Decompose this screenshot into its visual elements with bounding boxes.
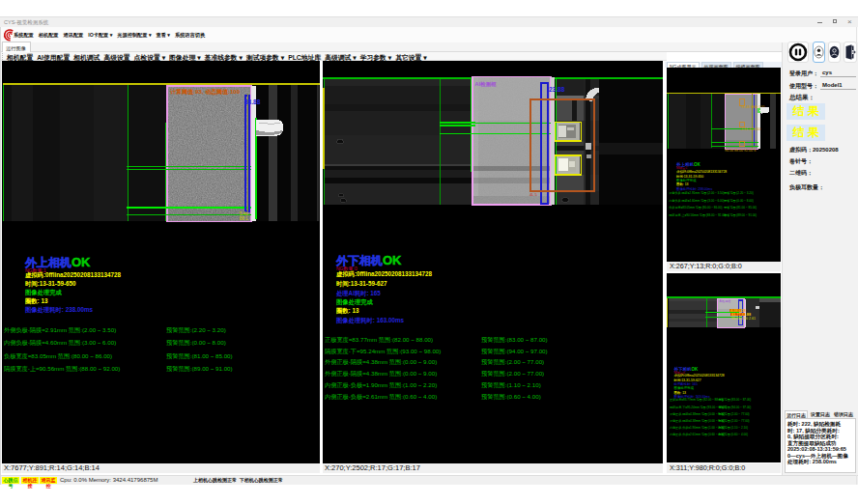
svg-text:负极宽度=83.05mm 范围:(80.00 ~ 86.00: 负极宽度=83.05mm 范围:(80.00 ~ 86.00) [669, 206, 722, 210]
svg-text:AI检测框: AI检测框 [720, 299, 731, 303]
svg-text:内侧负极-隔膜=4.60mm 范围:(3.00 ~ 6.00: 内侧负极-隔膜=4.60mm 范围:(3.00 ~ 6.00) [4, 339, 116, 347]
svg-text:圈数: 13: 圈数: 13 [25, 297, 48, 305]
svg-text:外侧正极-隔膜=4.38mm 范围:(0.00 ~ 9.00: 外侧正极-隔膜=4.38mm 范围:(0.00 ~ 9.00) [670, 419, 725, 423]
svg-text:2.91 3.50 60: 2.91 3.50 60 [741, 127, 760, 131]
svg-text:4L 5: 4L 5 [529, 192, 537, 197]
svg-text:预警范围:(1.10 ~ 2.10): 预警范围:(1.10 ~ 2.10) [719, 426, 748, 430]
svg-text:正极宽度=83.77mm 范围:(82.00 ~ 88.00: 正极宽度=83.77mm 范围:(82.00 ~ 88.00) [670, 398, 723, 402]
svg-text:时间:13-31-59-650: 时间:13-31-59-650 [25, 280, 76, 288]
svg-text:内侧正极-负极=1.90mm 范围:(1.00 ~ 2.20: 内侧正极-负极=1.90mm 范围:(1.00 ~ 2.20) [325, 381, 437, 389]
svg-text:内侧正极-负极=2.61mm 范围:(0.60 ~ 4.00: 内侧正极-负极=2.61mm 范围:(0.60 ~ 4.00) [325, 393, 437, 401]
svg-text:图像处理耗时: 163.00ms: 图像处理耗时: 163.00ms [336, 317, 404, 324]
svg-text:图像处理完成: 图像处理完成 [336, 298, 373, 306]
svg-text:隔膜宽度-下=95.24mm 范围:(93.00 ~ 98.: 隔膜宽度-下=95.24mm 范围:(93.00 ~ 98.00) [325, 348, 441, 355]
svg-text:23.88: 23.88 [549, 86, 565, 93]
svg-text:负极宽度=83.05mm 范围:(80.00 ~ 86.00: 负极宽度=83.05mm 范围:(80.00 ~ 86.00) [4, 352, 112, 360]
svg-text:外侧正极-隔膜=4.38mm 范围:(0.00 ~ 9.00: 外侧正极-隔膜=4.38mm 范围:(0.00 ~ 9.00) [325, 358, 437, 366]
svg-text:处理AI耗时: 165: 处理AI耗时: 165 [336, 290, 381, 297]
svg-text:处理AI耗时: 165: 处理AI耗时: 165 [674, 381, 698, 386]
svg-text:外侧正极-隔膜=4.38mm 范围:(0.00 ~ 9.00: 外侧正极-隔膜=4.38mm 范围:(0.00 ~ 9.00) [325, 370, 437, 378]
svg-text:预警范围:(0.00 ~ 8.00): 预警范围:(0.00 ~ 8.00) [724, 199, 753, 203]
svg-text:内侧正极-负极=2.61mm 范围:(0.60 ~ 4.00: 内侧正极-负极=2.61mm 范围:(0.60 ~ 4.00) [670, 433, 725, 436]
svg-text:88.1: 88.1 [240, 216, 248, 221]
svg-text:预警范围:(0.00 ~ 8.00): 预警范围:(0.00 ~ 8.00) [166, 339, 226, 347]
svg-text:虚拟码:0fflina20250208133134728: 虚拟码:0fflina20250208133134728 [24, 271, 122, 279]
svg-text:预警范围:(0.60 ~ 4.00): 预警范围:(0.60 ~ 4.00) [719, 433, 748, 436]
svg-text:虚拟码:0fflina20250208133134728: 虚拟码:0fflina20250208133134728 [674, 373, 725, 378]
svg-text:虚拟码:0fflina20250208133134728: 虚拟码:0fflina20250208133134728 [335, 270, 433, 278]
svg-text:预警范围:(81.00 ~ 85.00): 预警范围:(81.00 ~ 85.00) [724, 206, 757, 210]
svg-text:预警范围:(81.00 ~ 85.00): 预警范围:(81.00 ~ 85.00) [166, 352, 233, 360]
svg-text:时间:13-31-59-650: 时间:13-31-59-650 [676, 175, 703, 179]
svg-text:圈数: 13: 圈数: 13 [674, 391, 687, 395]
svg-text:隔膜宽度-上=90.56mm 范围:(88.00 ~ 92.: 隔膜宽度-上=90.56mm 范围:(88.00 ~ 92.00) [4, 365, 120, 373]
svg-text:虚拟码:0fflina20250208133134728: 虚拟码:0fflina20250208133134728 [676, 169, 727, 174]
svg-text:预警范围:(2.00 ~ 77.00): 预警范围:(2.00 ~ 77.00) [719, 412, 750, 416]
svg-text:预警范围:(2.00 ~ 77.00): 预警范围:(2.00 ~ 77.00) [481, 370, 544, 378]
svg-text:正极宽度=83.77mm 范围:(82.00 ~ 88.00: 正极宽度=83.77mm 范围:(82.00 ~ 88.00) [325, 336, 433, 344]
svg-text:时间:13-31-59-627: 时间:13-31-59-627 [336, 280, 387, 288]
svg-text:外侧负极-隔膜=2.91mm 范围:(2.00 ~ 3.50: 外侧负极-隔膜=2.91mm 范围:(2.00 ~ 3.50) [4, 326, 116, 334]
svg-text:90.56 88.00 92.00 S: 90.56 88.00 92.00 S [725, 149, 757, 153]
svg-text:预警范围:(89.00 ~ 91.00): 预警范围:(89.00 ~ 91.00) [724, 213, 757, 217]
svg-text:图像处理耗时: 238.00ms: 图像处理耗时: 238.00ms [676, 186, 712, 191]
svg-text:预警范围:(2.00 ~ 77.00): 预警范围:(2.00 ~ 77.00) [481, 358, 544, 366]
svg-text:图像处理完成: 图像处理完成 [25, 289, 62, 296]
svg-text:预警范围:(2.20 ~ 3.20): 预警范围:(2.20 ~ 3.20) [724, 191, 753, 195]
svg-text:预警范围:(0.60 ~ 4.00): 预警范围:(0.60 ~ 4.00) [481, 393, 541, 401]
svg-text:预警范围:(94.00 ~ 97.00): 预警范围:(94.00 ~ 97.00) [481, 348, 548, 355]
svg-text:外侧正极-隔膜=4.38mm 范围:(0.00 ~ 9.00: 外侧正极-隔膜=4.38mm 范围:(0.00 ~ 9.00) [670, 412, 725, 416]
svg-text:计算阈值:93, 动态阈值:100: 计算阈值:93, 动态阈值:100 [169, 88, 241, 96]
svg-text:预警范围:(94.00 ~ 97.00): 预警范围:(94.00 ~ 97.00) [719, 406, 752, 409]
svg-text:AI检测框: AI检测框 [475, 81, 498, 88]
svg-text:内侧正极-负极=1.90mm 范围:(1.00 ~ 2.20: 内侧正极-负极=1.90mm 范围:(1.00 ~ 2.20) [670, 426, 725, 430]
svg-text:预警范围:(2.00 ~ 77.00): 预警范围:(2.00 ~ 77.00) [719, 419, 750, 423]
svg-text:95.24 1.90 2.61: 95.24 1.90 2.61 [731, 317, 756, 321]
svg-text:预警范围:(1.10 ~ 2.10): 预警范围:(1.10 ~ 2.10) [481, 381, 541, 389]
svg-text:图像处理完成: 图像处理完成 [674, 385, 695, 390]
svg-text:图像处理完成: 图像处理完成 [676, 178, 697, 182]
svg-text:预警范围:(89.00 ~ 91.00): 预警范围:(89.00 ~ 91.00) [166, 365, 233, 373]
svg-text:预警范围:(83.00 ~ 87.00): 预警范围:(83.00 ~ 87.00) [481, 336, 548, 344]
svg-text:预警范围:(2.20 ~ 3.20): 预警范围:(2.20 ~ 3.20) [166, 326, 226, 334]
svg-text:隔膜宽度-上=90.56mm 范围:(88.00 ~ 92.: 隔膜宽度-上=90.56mm 范围:(88.00 ~ 92.00) [669, 213, 726, 217]
svg-text:外侧负极-隔膜=2.91mm 范围:(2.00 ~ 3.50: 外侧负极-隔膜=2.91mm 范围:(2.00 ~ 3.50) [669, 191, 724, 195]
svg-text:内侧负极-隔膜=4.60mm 范围:(3.00 ~ 6.00: 内侧负极-隔膜=4.60mm 范围:(3.00 ~ 6.00) [669, 199, 724, 203]
svg-text:圈数: 13: 圈数: 13 [336, 307, 359, 315]
svg-text:83.88: 83.88 [244, 98, 261, 105]
svg-text:预警范围:(83.00 ~ 87.00): 预警范围:(83.00 ~ 87.00) [719, 398, 752, 402]
svg-text:图像处理耗时: 238.00ms: 图像处理耗时: 238.00ms [25, 306, 93, 314]
